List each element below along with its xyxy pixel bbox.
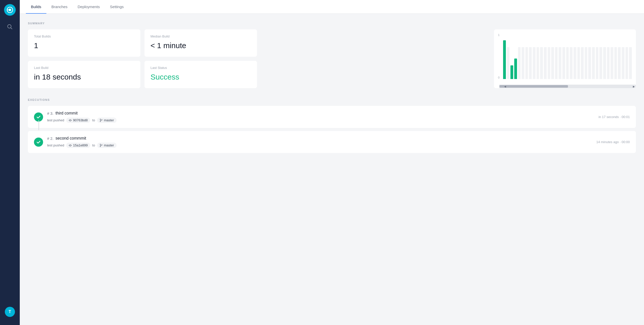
exec-3-title-row: # 3. third commit [47,111,594,116]
exec-2-body: # 2. second commmit test pushed 15a1e899 [47,136,592,148]
svg-point-9 [100,121,101,122]
summary-cards: Total Builds 1 Median Build < 1 minute L… [28,29,257,88]
tab-bar: Builds Branches Deployments Settings [20,0,644,14]
total-builds-label: Total Builds [34,34,134,38]
chart-bar-15 [559,47,561,79]
median-build-card: Median Build < 1 minute [144,29,257,57]
chart-bar-8 [533,47,536,79]
chart-bar-34 [629,47,632,79]
svg-point-15 [100,144,101,145]
scrollbar-thumb[interactable] [500,85,568,88]
chart-bar-2 [510,65,513,79]
chart-bars [503,33,632,79]
chart-bar-21 [581,47,584,79]
last-status-value: Success [151,73,251,81]
chart-bar-9 [537,47,539,79]
chart-bar-30 [614,47,617,79]
chart-bar-1 [507,47,510,79]
user-avatar[interactable]: T [5,307,15,317]
chart-bar-6 [525,47,528,79]
execution-item-3[interactable]: # 3. third commit test pushed 90763bd8 [28,106,636,128]
svg-point-1 [9,9,11,11]
exec-3-branch: master [104,118,114,122]
exec-3-connector [39,120,39,130]
exec-2-branch-badge: master [97,143,117,148]
last-status-label: Last Status [151,66,251,70]
exec-3-action: test pushed [47,118,64,122]
exec-3-branch-badge: master [97,118,117,123]
chart-bar-32 [622,47,624,79]
exec-3-to: to [92,118,95,122]
execution-item-2[interactable]: # 2. second commmit test pushed 15a1e899 [28,131,636,153]
chart-bar-25 [596,47,599,79]
app-logo[interactable] [4,4,16,16]
median-build-label: Median Build [151,34,251,38]
exec-3-meta: test pushed 90763bd8 to [47,118,594,123]
svg-point-3 [8,25,11,28]
exec-2-meta: test pushed 15a1e899 to [47,143,592,148]
total-builds-card: Total Builds 1 [28,29,140,57]
last-build-label: Last Build [34,66,134,70]
chart-bar-28 [607,47,610,79]
exec-2-title-row: # 2. second commmit [47,136,592,141]
last-build-value: in 18 seconds [34,73,134,81]
chart-bar-23 [588,47,591,79]
exec-2-action: test pushed [47,143,64,147]
exec-2-title: second commmit [56,136,86,141]
chart-bar-19 [574,47,576,79]
scroll-right-icon[interactable]: ▶ [633,85,635,88]
chart-bar-14 [555,47,558,79]
chart-bar-16 [562,47,565,79]
exec-3-body: # 3. third commit test pushed 90763bd8 [47,111,594,123]
executions-section: EXECUTIONS # 3. third commit test pushed [28,98,636,153]
chart-bar-5 [522,47,524,79]
summary-section-title: SUMMARY [28,22,636,25]
exec-3-commit: 90763bd8 [73,118,88,122]
exec-3-title: third commit [56,111,78,116]
exec-2-status-icon [34,138,43,147]
chart-bar-0 [503,40,506,79]
total-builds-value: 1 [34,41,134,50]
svg-point-16 [100,146,101,147]
svg-point-17 [101,144,102,145]
last-status-card: Last Status Success [144,61,257,88]
builds-chart: 1 0 ◀ ▶ [494,29,636,88]
chart-y-max: 1 [498,33,500,36]
last-build-card: Last Build in 18 seconds [28,61,140,88]
exec-2-commit: 15a1e899 [73,143,88,147]
tab-branches[interactable]: Branches [46,0,72,13]
tab-deployments[interactable]: Deployments [72,0,105,13]
exec-2-time: 14 minutes ago · 00:00 [596,140,630,144]
chart-bar-20 [577,47,580,79]
chart-scrollbar[interactable]: ◀ ▶ [499,85,636,88]
chart-bar-10 [540,47,543,79]
svg-point-10 [101,119,102,120]
svg-point-12 [69,145,71,146]
main-content: Builds Branches Deployments Settings SUM… [20,0,644,325]
chart-bar-33 [625,47,628,79]
svg-point-8 [100,119,101,120]
exec-3-number: # 3. [47,111,53,116]
chart-bar-4 [518,47,521,79]
sidebar: T [0,0,20,325]
svg-line-4 [11,28,12,29]
exec-3-time: in 17 seconds · 00:01 [598,115,630,119]
tab-settings[interactable]: Settings [105,0,129,13]
chart-bar-31 [618,47,621,79]
chart-bar-13 [551,47,554,79]
chart-bar-22 [585,47,587,79]
scroll-left-icon[interactable]: ◀ [504,85,506,88]
search-icon[interactable] [7,24,13,31]
chart-bar-17 [566,47,569,79]
chart-bar-26 [599,47,602,79]
chart-y-min: 0 [498,76,500,79]
chart-bar-11 [544,47,547,79]
tab-builds[interactable]: Builds [26,0,46,13]
median-build-value: < 1 minute [151,41,251,50]
svg-point-5 [69,120,71,121]
exec-2-number: # 2. [47,136,53,141]
chart-bar-24 [592,47,595,79]
exec-2-branch: master [104,143,114,147]
summary-grid: Total Builds 1 Median Build < 1 minute L… [28,29,636,88]
chart-bar-18 [570,47,573,79]
